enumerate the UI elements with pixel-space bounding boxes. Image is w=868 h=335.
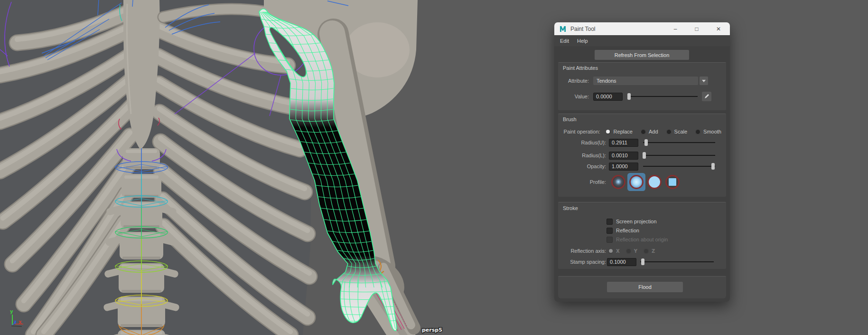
viewport-scene[interactable]: y z x persp5 [0,0,868,335]
opacity-label: Opacity: [558,163,606,169]
reflection-label: Reflection [616,228,639,233]
refresh-from-selection-button[interactable]: Refresh From Selection [595,50,689,60]
scene-generated [0,0,868,335]
pencil-icon [704,94,709,99]
radio-scale[interactable]: Scale [666,129,688,134]
axis-y-label: y [10,309,13,314]
slider-handle[interactable] [711,163,715,170]
radius-u-label: Radius(U): [558,140,606,145]
window-title: Paint Tool [570,26,595,32]
menu-help[interactable]: Help [572,38,593,44]
slider-track [643,142,715,143]
gaussian-brush-icon [611,175,625,189]
radio-smooth[interactable]: Smooth [695,129,721,134]
menubar: Edit Help [554,35,730,46]
slider-handle[interactable] [627,93,631,100]
radio-dot [695,129,700,134]
opacity-input[interactable] [609,163,638,171]
profile-gaussian-button[interactable] [611,175,625,189]
radio-dot [666,129,672,134]
paint-attributes-panel: Paint Attributes Attribute: Tendons Valu… [558,62,726,110]
axis-x-label: x [19,319,22,325]
soft-brush-icon [629,175,644,189]
radius-l-input[interactable] [609,152,638,160]
window-titlebar[interactable]: Paint Tool – □ ✕ [554,22,730,35]
profile-solid-button[interactable] [647,175,662,189]
radio-dot [606,129,611,134]
profile-square-button[interactable] [665,175,680,189]
radio-replace[interactable]: Replace [606,129,633,134]
square-brush-icon [665,175,680,189]
attribute-selected-value: Tendons [597,78,616,84]
paint-picker-button[interactable] [702,92,711,101]
stroke-header: Stroke [563,205,578,211]
stamp-spacing-slider[interactable] [640,258,714,265]
slider-track [643,155,715,156]
radio-label: X [616,249,620,254]
slider-track [643,166,715,167]
paint-attributes-header: Paint Attributes [563,65,598,71]
screen-projection-checkbox[interactable] [607,219,613,225]
radio-add[interactable]: Add [641,129,658,134]
desktop: { "viewport": { "camera_label": "persp5"… [0,0,868,335]
radio-dot [641,129,646,134]
reflection-axis-row: Reflection axis: X Y Z [558,247,721,255]
paint-operation-label: Paint operation: [558,129,600,134]
radius-u-slider[interactable] [643,139,715,146]
stamp-spacing-label: Stamp spacing: [558,259,606,265]
slider-handle[interactable] [644,139,648,146]
profile-label: Profile: [558,179,606,185]
radius-l-slider[interactable] [643,152,715,159]
menu-edit[interactable]: Edit [554,38,572,44]
screen-projection-row: Screen projection [558,217,721,226]
opacity-slider[interactable] [643,163,715,170]
stamp-spacing-row: Stamp spacing: [558,258,721,266]
reflection-axis-group: X Y Z [608,249,655,254]
profile-soft-button[interactable] [629,175,644,189]
radius-u-input[interactable] [609,139,638,147]
radio-label: Z [652,249,655,254]
radius-l-row: Radius(L): [558,151,721,160]
value-row: Value: [558,92,721,101]
reflection-axis-label: Reflection axis: [558,248,606,254]
reflection-about-origin-label: Reflection about origin [616,237,668,242]
paint-tool-window: Paint Tool – □ ✕ Edit Help Refresh From … [554,22,730,302]
value-slider[interactable] [627,93,698,100]
slider-handle[interactable] [643,152,646,159]
reflection-row: Reflection [558,226,721,235]
radio-dot [608,249,613,254]
attribute-row: Attribute: Tendons [558,77,721,85]
maximize-button[interactable]: □ [690,22,703,35]
stroke-panel: Stroke Screen projection Reflection Refl… [558,202,726,269]
slider-track [627,96,698,97]
radio-label: Add [649,129,658,134]
radius-u-row: Radius(U): [558,138,721,147]
solid-brush-icon [647,175,662,189]
value-input[interactable] [593,93,623,101]
reflection-about-origin-checkbox [607,237,613,243]
radio-label: Y [634,249,637,254]
dropdown-arrow-button[interactable] [700,77,708,85]
flood-panel: Flood [558,276,726,298]
chevron-down-icon [702,80,706,82]
radio-label: Smooth [703,129,721,134]
attribute-label: Attribute: [558,78,589,84]
radio-axis-x: X [608,249,620,254]
brush-header: Brush [563,116,577,122]
flood-button[interactable]: Flood [607,282,683,292]
attribute-dropdown[interactable]: Tendons [593,77,698,85]
radio-axis-y: Y [626,249,637,254]
minimize-button[interactable]: – [669,22,682,35]
reflection-about-origin-row: Reflection about origin [558,235,721,244]
maya-logo-icon [559,25,567,33]
close-button[interactable]: ✕ [712,22,725,35]
radio-axis-z: Z [644,249,655,254]
reflection-checkbox[interactable] [607,228,613,234]
stamp-spacing-input[interactable] [607,258,636,266]
radio-dot [644,249,649,254]
slider-track [640,261,714,262]
camera-label: persp5 [422,327,442,333]
opacity-row: Opacity: [558,162,721,171]
slider-handle[interactable] [641,258,644,265]
value-label: Value: [558,94,589,99]
